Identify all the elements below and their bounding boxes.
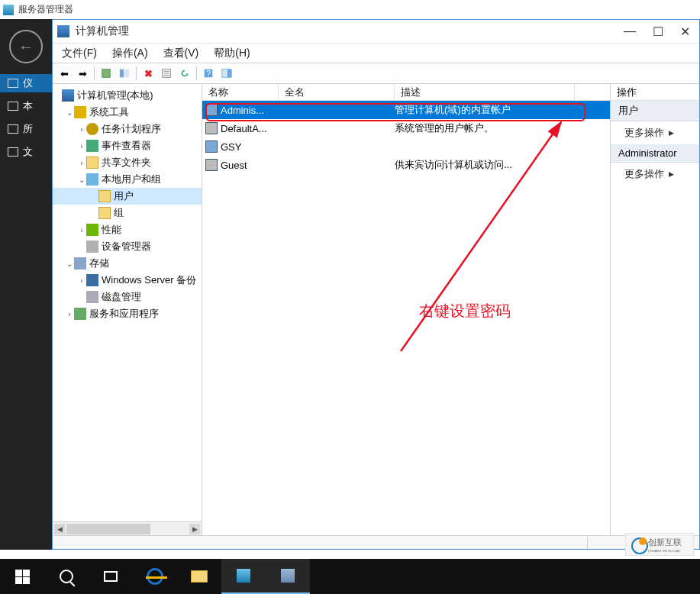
column-description[interactable]: 描述 [395, 84, 575, 100]
user-row-Guest[interactable]: Guest供来宾访问计算机或访问... [202, 156, 610, 174]
tree-item-系统工具[interactable]: ⌄系统工具 [53, 104, 202, 121]
tree-expander-icon[interactable]: ⌄ [65, 260, 74, 268]
toolbar-divider [196, 66, 197, 80]
tree-label: 服务和应用程序 [89, 307, 159, 321]
taskbar-search[interactable] [44, 559, 89, 594]
show-hide-tree-button[interactable] [116, 65, 133, 82]
tree-item-磁盘管理[interactable]: 磁盘管理 [53, 289, 202, 305]
tree-expander-icon[interactable]: › [65, 310, 74, 318]
user-icon [205, 122, 218, 134]
help-button[interactable]: ? [200, 65, 217, 82]
menu-action[interactable]: 操作(A) [112, 47, 148, 60]
server-manager-icon [3, 5, 14, 15]
sidebar-stub-local[interactable]: 本 [0, 97, 52, 115]
taskbar-ie[interactable] [133, 559, 177, 594]
nav-back-button[interactable]: ⬅ [56, 65, 73, 82]
menu-file[interactable]: 文件(F) [62, 47, 97, 60]
tree-item-任务计划程序[interactable]: ›任务计划程序 [53, 121, 202, 137]
taskbar-computer-management[interactable] [266, 559, 310, 594]
menu-help[interactable]: 帮助(H) [214, 47, 250, 60]
tree-expander-icon[interactable]: › [77, 142, 86, 150]
user-row-Adminis[interactable]: Adminis...管理计算机(域)的内置帐户 [202, 101, 610, 119]
actions-more-admin[interactable]: 更多操作▶ [611, 163, 699, 186]
tree-horizontal-scrollbar[interactable]: ◀ ▶ [53, 521, 202, 535]
user-row-GSY[interactable]: GSY [202, 137, 610, 156]
tree-item-服务和应用程序[interactable]: ›服务和应用程序 [53, 305, 202, 322]
ic-win-icon [86, 274, 98, 286]
sidebar-stub-file[interactable]: 文 [0, 143, 52, 161]
taskbar-taskview[interactable] [89, 559, 133, 594]
scroll-track[interactable] [66, 524, 188, 534]
scroll-thumb[interactable] [66, 524, 150, 534]
column-name[interactable]: 名称 [202, 84, 279, 100]
minimize-button[interactable]: — [624, 24, 636, 39]
tree-expander-icon[interactable]: ⌄ [77, 176, 86, 184]
tree-label: 用户 [114, 189, 134, 203]
svg-rect-2 [124, 69, 129, 78]
ic-clock-icon [86, 123, 98, 135]
tree-expander-icon[interactable]: ⌄ [65, 108, 74, 117]
column-spacer [575, 84, 610, 100]
sidebar-stub-all[interactable]: 所 [0, 120, 52, 138]
properties-button[interactable] [158, 65, 175, 82]
taskbar-explorer[interactable] [177, 559, 221, 594]
action-pane-button[interactable] [218, 65, 235, 82]
user-name: Guest [221, 160, 247, 171]
taskbar-server-manager[interactable] [221, 559, 266, 594]
svg-text:?: ? [206, 69, 211, 78]
maximize-button[interactable]: ☐ [653, 24, 663, 39]
actions-more-users[interactable]: 更多操作▶ [611, 121, 699, 144]
user-description: 系统管理的用户帐户。 [395, 121, 610, 135]
menu-view[interactable]: 查看(V) [163, 47, 199, 60]
tree-item-计算机管理本地[interactable]: 计算机管理(本地) [53, 87, 202, 104]
ic-event-icon [86, 140, 98, 152]
chevron-right-icon: ▶ [669, 170, 674, 178]
scroll-left-button[interactable]: ◀ [54, 524, 65, 534]
chevron-right-icon: ▶ [669, 129, 674, 137]
column-fullname[interactable]: 全名 [279, 84, 395, 100]
actions-panel: 操作 用户 更多操作▶ Administrator 更多操作▶ [611, 84, 699, 535]
delete-button[interactable]: ✖ [140, 65, 156, 82]
tree-item-存储[interactable]: ⌄存储 [53, 255, 202, 272]
tree-expander-icon[interactable]: › [77, 159, 86, 167]
tree-item-事件查看器[interactable]: ›事件查看器 [53, 137, 202, 154]
tree-item-组[interactable]: 组 [53, 205, 202, 221]
user-description: 管理计算机(域)的内置帐户 [395, 103, 610, 117]
tree-item-用户[interactable]: 用户 [53, 188, 202, 205]
window-title: 计算机管理 [76, 24, 618, 38]
refresh-button[interactable] [176, 65, 193, 82]
statusbar [53, 535, 699, 549]
titlebar[interactable]: 计算机管理 — ☐ ✕ [53, 20, 699, 43]
server-manager-title: 服务器管理器 [18, 3, 73, 16]
windows-logo-icon [15, 570, 30, 584]
taskview-icon [104, 571, 118, 582]
actions-section-admin: Administrator [611, 144, 699, 163]
ic-folder-icon [98, 207, 111, 219]
start-button[interactable] [0, 559, 44, 594]
computer-management-icon [57, 25, 69, 37]
close-button[interactable]: ✕ [680, 24, 690, 39]
tree-expander-icon[interactable]: › [77, 226, 86, 234]
ic-store-icon [74, 257, 86, 270]
tree-item-本地用户和组[interactable]: ⌄本地用户和组 [53, 171, 202, 188]
tree-item-共享文件夹[interactable]: ›共享文件夹 [53, 154, 202, 171]
ie-icon [147, 568, 163, 585]
search-icon [60, 570, 73, 583]
tree-label: Windows Server 备份 [102, 273, 196, 287]
nav-forward-button[interactable]: ➡ [74, 65, 91, 82]
tree-label: 任务计划程序 [102, 122, 161, 136]
tree-label: 共享文件夹 [102, 156, 151, 169]
tree-item-设备管理器[interactable]: 设备管理器 [53, 238, 202, 255]
up-button[interactable] [98, 65, 115, 82]
user-row-DefaultA[interactable]: DefaultA...系统管理的用户帐户。 [202, 119, 610, 137]
scroll-right-button[interactable]: ▶ [189, 524, 200, 534]
user-name: GSY [221, 141, 241, 153]
sidebar-stub-dashboard[interactable]: 仪 [0, 74, 52, 92]
toolbar-divider [136, 66, 137, 80]
tree-expander-icon[interactable]: › [77, 276, 86, 285]
tree-label: 本地用户和组 [102, 173, 161, 186]
tree-item-WindowsServer备份[interactable]: ›Windows Server 备份 [53, 272, 202, 289]
tree-expander-icon[interactable]: › [77, 125, 86, 134]
back-button[interactable]: ← [9, 30, 43, 63]
tree-item-性能[interactable]: ›性能 [53, 221, 202, 238]
